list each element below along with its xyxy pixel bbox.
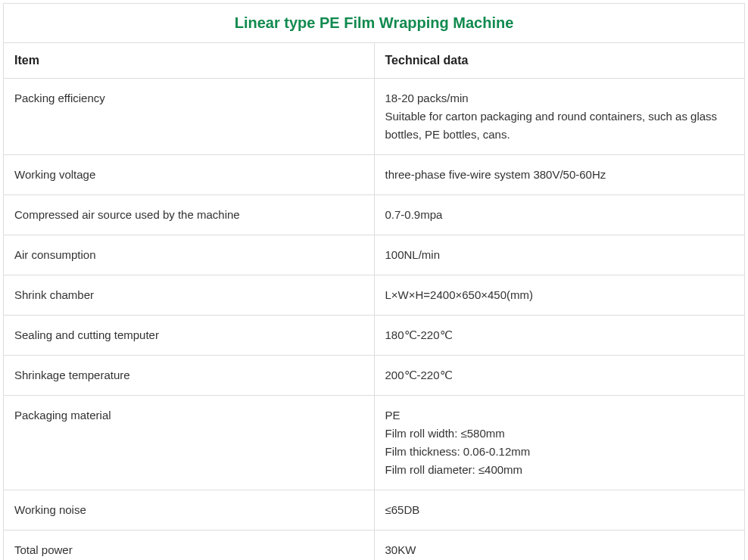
cell-data: 18-20 packs/min Suitable for carton pack… [374,79,745,155]
table-row: Air consumption 100NL/min [4,235,745,275]
cell-item: Air consumption [4,235,375,275]
col-head-data: Technical data [374,43,745,79]
cell-item: Packaging material [4,396,375,490]
cell-item: Sealing and cutting temputer [4,316,375,356]
cell-data: three-phase five-wire system 380V/50-60H… [374,155,745,195]
cell-item: Working noise [4,490,375,530]
table-title: Linear type PE Film Wrapping Machine [4,4,745,43]
cell-item: Packing efficiency [4,79,375,155]
col-head-item: Item [4,43,375,79]
cell-item: Compressed air source used by the machin… [4,195,375,235]
table-row: Total power 30KW [4,530,745,561]
table-row: Working voltage three-phase five-wire sy… [4,155,745,195]
cell-item: Shrink chamber [4,275,375,316]
table-row: Packing efficiency 18-20 packs/min Suita… [4,79,745,155]
table-row: Compressed air source used by the machin… [4,195,745,235]
cell-item: Total power [4,530,375,561]
cell-data: 30KW [374,530,745,561]
cell-data: 180℃-220℃ [374,316,745,356]
cell-item: Shrinkage temperature [4,356,375,396]
cell-data: ≤65DB [374,490,745,530]
table-row: Shrink chamber L×W×H=2400×650×450(mm) [4,275,745,316]
cell-data: L×W×H=2400×650×450(mm) [374,275,745,316]
cell-data: 0.7-0.9mpa [374,195,745,235]
spec-table: Linear type PE Film Wrapping Machine Ite… [3,3,745,560]
cell-data: 200℃-220℃ [374,356,745,396]
table-row: Sealing and cutting temputer 180℃-220℃ [4,316,745,356]
cell-data: 100NL/min [374,235,745,275]
table-row: Packaging material PE Film roll width: ≤… [4,396,745,490]
table-row: Shrinkage temperature 200℃-220℃ [4,356,745,396]
cell-item: Working voltage [4,155,375,195]
table-row: Working noise ≤65DB [4,490,745,530]
cell-data: PE Film roll width: ≤580mm Film thicknes… [374,396,745,490]
